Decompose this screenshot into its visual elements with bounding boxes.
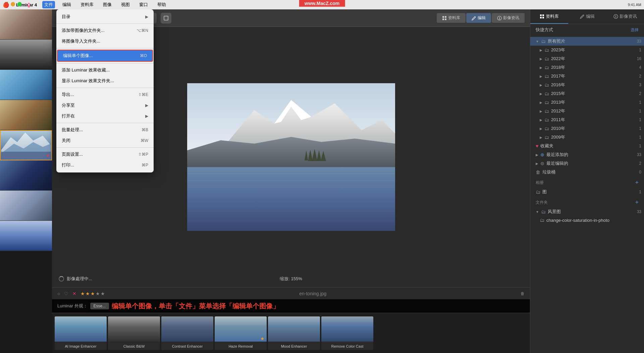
menu-help[interactable]: 帮助	[155, 1, 168, 8]
rocket-icon[interactable]	[25, 2, 32, 9]
rp-tab-edit[interactable]: 编辑	[568, 9, 606, 24]
menu-image[interactable]: 图像	[101, 1, 114, 8]
add-circle-icon: ⊕	[540, 152, 544, 157]
tree-item-2016[interactable]: ▶ 🗂 2016年 3	[530, 81, 644, 89]
tree-item-2009[interactable]: ▶ 🗂 2009年 1	[530, 133, 644, 142]
tree-item-all-photos[interactable]: ▼ 🗂 所有照片 33	[530, 37, 644, 46]
chevron-icon: ▼	[536, 210, 539, 214]
toolbar-tabs: 资料库 编辑 影像资讯	[437, 13, 525, 23]
menu-item-open-in[interactable]: 打开在 ▶	[56, 111, 154, 121]
close-button[interactable]	[4, 2, 8, 6]
zoom-indicator: 缩放: 155%	[280, 276, 302, 282]
reject-flag: ✕	[72, 291, 76, 296]
film-item-ai[interactable]: AI Image Enhancer	[55, 316, 107, 350]
menu-item-show-preset[interactable]: 显示 Luminar 效果文件夹...	[56, 75, 154, 86]
menu-library[interactable]: 资料库	[78, 1, 96, 8]
film-label-contrast: Contrast Enhancer	[161, 342, 213, 350]
tree-item-2022[interactable]: ▶ 🗂 2022年 16	[530, 54, 644, 63]
folder-icon: 🗂	[541, 209, 546, 214]
thumb-item-2[interactable]	[0, 40, 52, 70]
separator-1	[56, 23, 154, 24]
menu-item-batch[interactable]: 批量处理... ⌘B	[56, 124, 154, 135]
tree-item-2023[interactable]: ▶ 🗂 2023年 1	[530, 46, 644, 54]
tree-item-2012[interactable]: ▶ 🗂 2012年 1	[530, 107, 644, 115]
thumb-item-8[interactable]	[0, 221, 52, 251]
delete-button[interactable]: 🗑	[521, 291, 525, 296]
star-2[interactable]: ★	[86, 291, 90, 296]
menu-window[interactable]: 窗口	[137, 1, 150, 8]
tree-item-2017[interactable]: ▶ 🗂 2017年 2	[530, 72, 644, 81]
rating-stars[interactable]: ★ ★ ★ ★ ★	[80, 291, 105, 296]
submenu-arrow: ▶	[145, 103, 148, 108]
menu-item-export[interactable]: 导出... ⇧⌘E	[56, 89, 154, 100]
menu-item-edit-single[interactable]: 编辑单个图像... ⌘O	[57, 50, 153, 62]
folder-icon: 🗂	[544, 108, 549, 114]
thumb-item-5[interactable]: ♥	[0, 130, 52, 160]
tree-item-favorites[interactable]: ♥ 收藏夹 1	[530, 142, 644, 150]
film-item-bw[interactable]: Classic B&W	[108, 316, 160, 350]
film-item-remove[interactable]: Remove Color Cast	[321, 316, 373, 350]
star-3[interactable]: ★	[91, 291, 95, 296]
tree-item-2015[interactable]: ▶ 🗂 2015年 2	[530, 89, 644, 98]
tree-item-2011[interactable]: ▶ 🗂 2011年 1	[530, 115, 644, 124]
maximize-button[interactable]	[17, 2, 22, 6]
separator-5	[56, 123, 154, 123]
menu-item-close[interactable]: 关闭 ⌘W	[56, 135, 154, 146]
tree-item-2018[interactable]: ▶ 🗂 2018年 4	[530, 63, 644, 72]
menu-item-add-preset[interactable]: 添加 Luminar 效果收藏...	[56, 65, 154, 75]
tutorial-instruction: 编辑单个图像，单击「文件」菜单选择「编辑单个图像」	[112, 302, 279, 311]
menu-item-add-folder[interactable]: 添加带图像的文件夹... ⌥⌘N	[56, 25, 154, 36]
add-album-button[interactable]: +	[635, 179, 639, 186]
svg-point-35	[28, 4, 30, 5]
svg-rect-33	[542, 17, 544, 18]
minimize-button[interactable]	[11, 2, 15, 6]
tree-item-folder-change[interactable]: 🗂 change-color-saturation-in-photo	[530, 216, 644, 224]
tree-item-2010[interactable]: ▶ 🗂 2010年 1	[530, 124, 644, 133]
tree-item-2013[interactable]: ▶ 🗂 2013年 1	[530, 98, 644, 107]
tree-item-recent-edit[interactable]: ▶ ⊜ 最近编辑的 2	[530, 159, 644, 168]
add-folder-button[interactable]: +	[635, 199, 639, 206]
menu-item-print[interactable]: 打印... ⌘P	[56, 160, 154, 170]
film-item-haze[interactable]: ★ Haze Removal	[215, 316, 267, 350]
svg-rect-17	[187, 83, 395, 157]
svg-marker-24	[317, 150, 321, 161]
thumb-item-4[interactable]	[0, 100, 52, 130]
thumb-item-3[interactable]	[0, 70, 52, 100]
menu-item-share[interactable]: 分享至 ▶	[56, 100, 154, 111]
file-menu-dropdown: 目录 ▶ 添加带图像的文件夹... ⌥⌘N 将图像导入文件夹... 编辑单个图像…	[56, 9, 154, 172]
menu-item-page-setup[interactable]: 页面设置... ⇧⌘P	[56, 149, 154, 160]
thumb-item-6[interactable]	[0, 160, 52, 191]
star-1[interactable]: ★	[80, 291, 85, 296]
rp-tab-info[interactable]: 影像资讯	[606, 9, 644, 24]
svg-rect-13	[445, 16, 446, 18]
film-item-mood[interactable]: Mood Enhancer	[268, 316, 320, 350]
tree-item-album-tu[interactable]: 🗂 图 1	[530, 188, 644, 196]
svg-rect-32	[540, 17, 542, 18]
tab-info[interactable]: 影像资讯	[492, 13, 525, 23]
preset-selector[interactable]: Esse...	[90, 303, 109, 309]
menu-item-catalog[interactable]: 目录 ▶	[56, 11, 154, 22]
tree-item-recent-add[interactable]: ▶ ⊕ 最近添加的 33	[530, 150, 644, 159]
bottom-info-bar: ○ ♡ ✕ ★ ★ ★ ★ ★ en-toning.jpg 🗑	[52, 287, 530, 299]
film-item-contrast[interactable]: Contrast Enhancer	[161, 316, 213, 350]
tree-item-folder-landscape[interactable]: ▼ 🗂 风景图 33	[530, 207, 644, 216]
tab-library[interactable]: 资料库	[437, 13, 466, 23]
film-star-haze: ★	[260, 336, 265, 341]
left-sidebar: ♥	[0, 9, 52, 353]
select-button[interactable]: 选择	[631, 27, 639, 33]
fullscreen-button[interactable]	[161, 13, 171, 23]
menu-edit[interactable]: 编辑	[60, 1, 73, 8]
thumb-item-1[interactable]	[0, 9, 52, 40]
tab-edit[interactable]: 编辑	[466, 13, 491, 23]
menu-item-import[interactable]: 将图像导入文件夹...	[56, 36, 154, 47]
star-5[interactable]: ★	[101, 291, 105, 296]
tree-item-trash[interactable]: 🗑 垃圾桶 0	[530, 168, 644, 176]
menu-file[interactable]: 文件	[42, 1, 55, 8]
folder-icon: 🗂	[544, 47, 549, 53]
thumb-item-7[interactable]	[0, 191, 52, 221]
folder-icon: 🗂	[544, 65, 549, 70]
rp-tab-library[interactable]: 资料库	[530, 9, 568, 24]
processing-indicator: 影像處理中...	[59, 276, 92, 282]
menu-view[interactable]: 视图	[119, 1, 132, 8]
star-4[interactable]: ★	[96, 291, 100, 296]
